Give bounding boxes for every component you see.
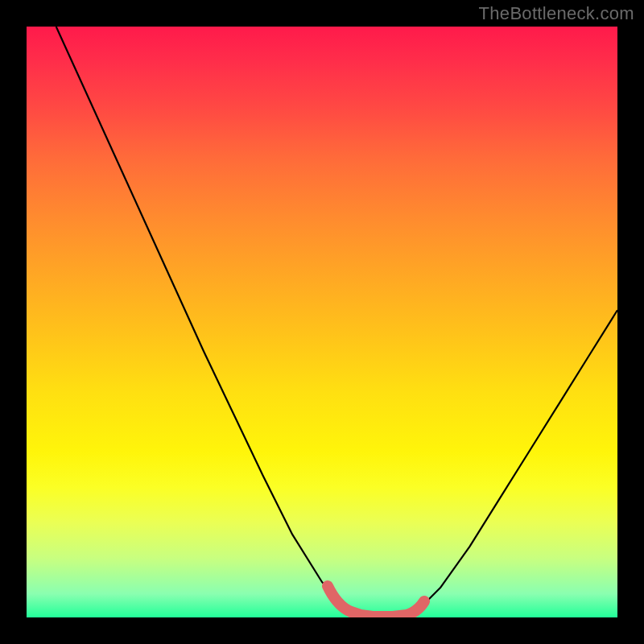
- curve-svg: [27, 27, 617, 617]
- watermark-text: TheBottleneck.com: [479, 3, 634, 24]
- plot-area: [27, 27, 617, 617]
- bottleneck-curve-path: [56, 27, 617, 617]
- optimal-range-marker: [328, 586, 424, 617]
- chart-frame: TheBottleneck.com: [0, 0, 644, 644]
